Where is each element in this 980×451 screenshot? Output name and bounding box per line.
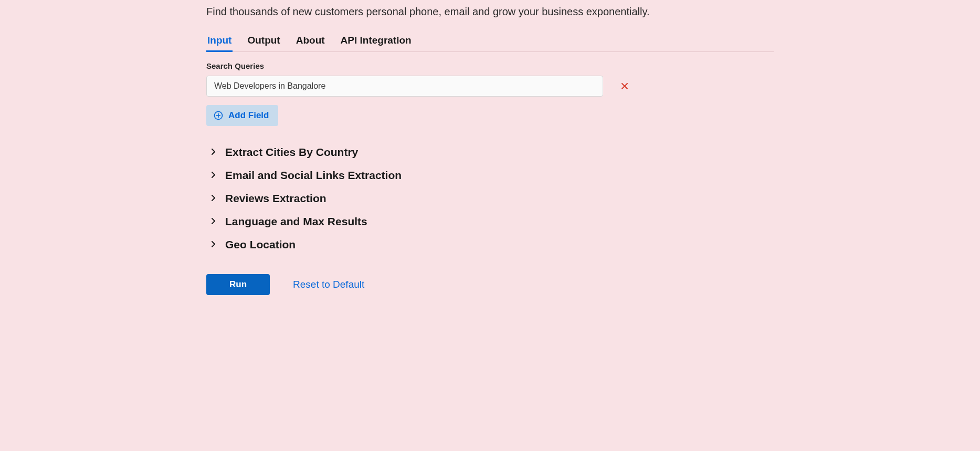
- tab-input[interactable]: Input: [206, 32, 233, 51]
- chevron-right-icon: [210, 195, 218, 202]
- page-subtitle: Find thousands of new customers personal…: [206, 4, 774, 19]
- chevron-right-icon: [210, 172, 218, 179]
- add-field-label: Add Field: [228, 110, 269, 121]
- section-geo-location[interactable]: Geo Location: [206, 233, 774, 256]
- tab-api-integration[interactable]: API Integration: [340, 32, 413, 51]
- section-title: Extract Cities By Country: [225, 146, 358, 159]
- main-container: Find thousands of new customers personal…: [0, 0, 980, 295]
- section-reviews[interactable]: Reviews Extraction: [206, 187, 774, 210]
- search-query-row: [206, 76, 774, 97]
- section-title: Reviews Extraction: [225, 192, 326, 205]
- section-title: Geo Location: [225, 238, 296, 251]
- chevron-right-icon: [210, 149, 218, 156]
- section-title: Language and Max Results: [225, 215, 367, 228]
- tab-about[interactable]: About: [295, 32, 326, 51]
- section-language-max[interactable]: Language and Max Results: [206, 210, 774, 233]
- reset-to-default-link[interactable]: Reset to Default: [293, 279, 364, 290]
- actions-row: Run Reset to Default: [206, 274, 774, 295]
- section-title: Email and Social Links Extraction: [225, 169, 402, 182]
- remove-query-icon[interactable]: [620, 81, 629, 91]
- add-field-button[interactable]: Add Field: [206, 105, 278, 126]
- collapsible-sections: Extract Cities By Country Email and Soci…: [206, 141, 774, 256]
- tab-output[interactable]: Output: [246, 32, 281, 51]
- section-email-social[interactable]: Email and Social Links Extraction: [206, 164, 774, 187]
- section-extract-cities[interactable]: Extract Cities By Country: [206, 141, 774, 164]
- chevron-right-icon: [210, 218, 218, 225]
- tabs: Input Output About API Integration: [206, 32, 774, 52]
- chevron-right-icon: [210, 241, 218, 248]
- plus-circle-icon: [214, 111, 223, 120]
- run-button[interactable]: Run: [206, 274, 270, 295]
- search-query-input[interactable]: [206, 76, 603, 97]
- search-queries-label: Search Queries: [206, 61, 774, 70]
